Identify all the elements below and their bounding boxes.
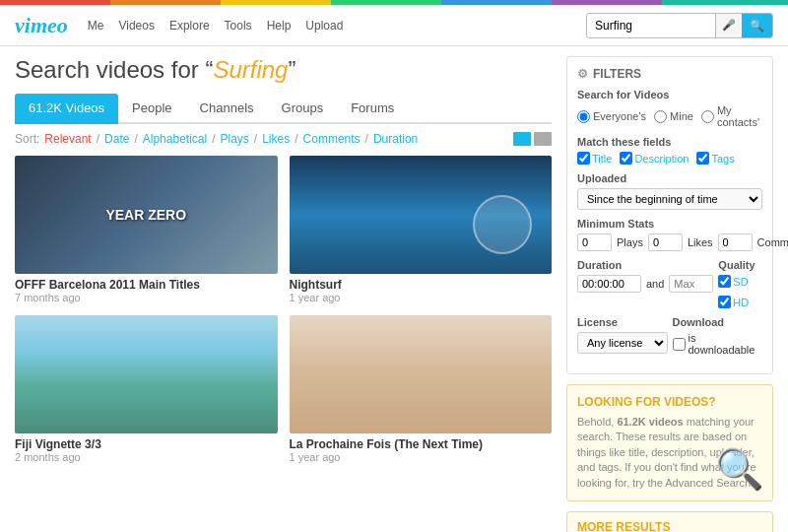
sort-plays[interactable]: Plays [221, 132, 249, 146]
license-label: License [577, 316, 668, 328]
uploaded-select[interactable]: Since the beginning of time This week Th… [577, 188, 762, 210]
main-content: Search videos for “Surfing” 61.2K Videos… [15, 56, 552, 532]
sort-label: Sort: [15, 132, 39, 146]
sort-duration[interactable]: Duration [373, 132, 418, 146]
video-meta-0: 7 months ago [15, 292, 278, 303]
stats-row: Plays Likes Comments [577, 233, 762, 251]
grid-view-icon[interactable] [513, 132, 531, 146]
sort-likes[interactable]: Likes [262, 132, 290, 146]
check-downloadable[interactable]: is downloadable [673, 332, 763, 356]
search-title-suffix: ” [288, 56, 296, 83]
video-title-0: OFFF Barcelona 2011 Main Titles [15, 278, 278, 292]
radio-contacts[interactable]: My contacts' [701, 104, 762, 128]
search-for-videos-label: Search for Videos [577, 89, 762, 100]
sort-comments[interactable]: Comments [303, 132, 361, 146]
sort-date[interactable]: Date [104, 132, 129, 146]
video-thumb-2 [15, 315, 278, 433]
check-hd[interactable]: HD [718, 296, 749, 308]
sort-bar: Sort: Relevant / Date / Alphabetical / P… [15, 132, 552, 146]
uploaded-section: Uploaded Since the beginning of time Thi… [577, 172, 762, 210]
quality-label: Quality [718, 259, 762, 271]
filters-label: FILTERS [593, 67, 641, 81]
scope-radio-group: Everyone's Mine My contacts' [577, 104, 762, 128]
check-tags-input[interactable] [696, 152, 709, 165]
video-meta-3: 1 year ago [290, 451, 553, 463]
match-checkbox-group: Title Description Tags [577, 152, 762, 165]
tab-channels[interactable]: Channels [186, 94, 268, 124]
likes-input[interactable] [648, 233, 683, 251]
check-tags[interactable]: Tags [696, 152, 734, 165]
quality-col: Quality SD HD [718, 259, 762, 308]
more-results-title: MORE RESULTS [577, 520, 762, 532]
video-title-1: Nightsurf [290, 278, 553, 292]
download-label: Download [673, 316, 763, 328]
radio-everyones[interactable]: Everyone's [577, 110, 646, 123]
check-title-input[interactable] [577, 152, 590, 165]
duration-from-input[interactable] [577, 275, 641, 293]
comments-label: Comments [757, 236, 788, 248]
video-title-3: La Prochaine Fois (The Next Time) [290, 437, 553, 451]
search-input[interactable] [587, 16, 715, 35]
nav-help[interactable]: Help [267, 19, 292, 33]
looking-title: LOOKING FOR VIDEOS? [577, 395, 762, 409]
match-fields-section: Match these fields Title Description Tag… [577, 136, 762, 165]
check-downloadable-input[interactable] [673, 338, 686, 351]
comments-input[interactable] [718, 233, 753, 251]
tab-groups[interactable]: Groups [268, 94, 338, 124]
tab-forums[interactable]: Forums [337, 94, 408, 124]
gear-icon: ⚙ [577, 67, 588, 81]
looking-box: LOOKING FOR VIDEOS? Behold, 61.2K videos… [566, 384, 773, 501]
more-results-box: MORE RESULTS [566, 511, 773, 532]
video-thumb-3 [290, 315, 553, 433]
search-mic-icon[interactable]: 🎤 [715, 14, 742, 37]
video-item-0[interactable]: YEAR ZERO OFFF Barcelona 2011 Main Title… [15, 156, 278, 303]
video-grid: YEAR ZERO OFFF Barcelona 2011 Main Title… [15, 156, 552, 463]
logo[interactable]: vimeo [15, 13, 68, 38]
looking-highlight: 61.2K videos [617, 416, 683, 428]
check-description-input[interactable] [620, 152, 632, 165]
radio-everyones-input[interactable] [577, 110, 590, 123]
search-title: Search videos for “Surfing” [15, 56, 552, 84]
check-sd-input[interactable] [718, 275, 731, 288]
sort-alphabetical[interactable]: Alphabetical [143, 132, 207, 146]
plays-label: Plays [617, 236, 643, 248]
thumb-text-0: YEAR ZERO [105, 207, 186, 223]
plays-input[interactable] [577, 233, 612, 251]
video-item-2[interactable]: Fiji Vignette 3/3 2 months ago [15, 315, 278, 463]
duration-to-input[interactable] [669, 275, 713, 293]
min-stats-section: Minimum Stats Plays Likes Comments [577, 218, 762, 251]
match-fields-label: Match these fields [577, 136, 762, 148]
radio-contacts-input[interactable] [701, 110, 714, 123]
check-title[interactable]: Title [577, 152, 612, 165]
video-item-1[interactable]: Nightsurf 1 year ago [290, 156, 553, 303]
license-select[interactable]: Any license CC [577, 332, 668, 354]
list-view-icon[interactable] [534, 132, 552, 146]
nav-upload[interactable]: Upload [305, 19, 343, 33]
video-item-3[interactable]: La Prochaine Fois (The Next Time) 1 year… [290, 315, 553, 463]
duration-quality-section: Duration and Quality SD HD [577, 259, 762, 308]
filters-title: ⚙ FILTERS [577, 67, 762, 81]
nav-me[interactable]: Me [88, 19, 104, 33]
tab-people[interactable]: People [118, 94, 185, 124]
search-bar: 🎤 🔍 [586, 13, 773, 38]
tab-videos[interactable]: 61.2K Videos [15, 94, 118, 124]
view-icons [513, 132, 552, 146]
radio-mine-input[interactable] [654, 110, 667, 123]
search-query: Surfing [213, 56, 288, 83]
nav-tools[interactable]: Tools [225, 19, 252, 33]
sort-relevant[interactable]: Relevant [44, 132, 91, 146]
page-body: Search videos for “Surfing” 61.2K Videos… [0, 46, 788, 532]
nav-explore[interactable]: Explore [169, 19, 210, 33]
quality-checkboxes: SD HD [718, 275, 762, 308]
likes-label: Likes [688, 236, 713, 248]
duration-col: Duration and [577, 259, 713, 308]
check-sd[interactable]: SD [718, 275, 748, 288]
check-hd-input[interactable] [718, 296, 731, 308]
search-button[interactable]: 🔍 [742, 14, 772, 37]
check-description[interactable]: Description [620, 152, 689, 165]
radio-mine[interactable]: Mine [654, 110, 693, 123]
min-stats-label: Minimum Stats [577, 218, 762, 230]
nav-videos[interactable]: Videos [118, 19, 154, 33]
search-tabs: 61.2K Videos People Channels Groups Foru… [15, 94, 552, 124]
video-meta-1: 1 year ago [290, 292, 553, 303]
